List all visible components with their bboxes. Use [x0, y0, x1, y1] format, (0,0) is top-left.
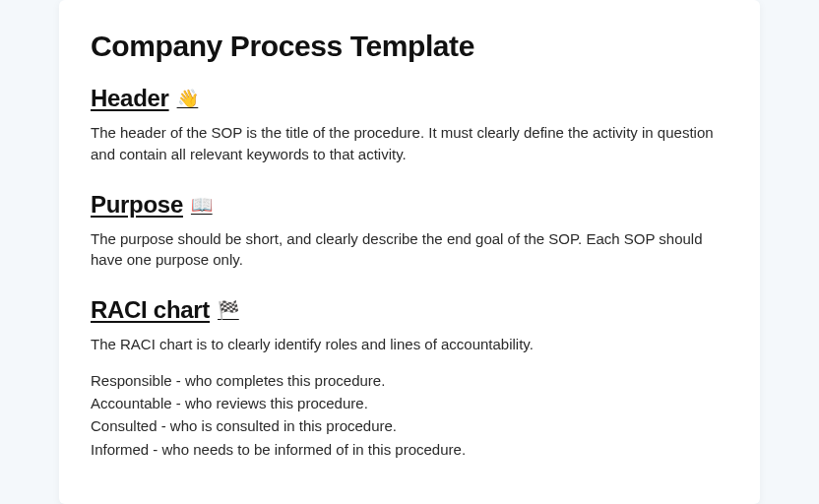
raci-role-accountable: Accountable - who reviews this procedure… [91, 392, 728, 414]
section-intro-raci: The RACI chart is to clearly identify ro… [91, 334, 728, 355]
raci-roles-block: Responsible - who completes this procedu… [91, 369, 728, 461]
section-heading-purpose: Purpose 📖 [91, 191, 213, 219]
wave-icon: 👋 [177, 88, 199, 109]
section-heading-text: Purpose [91, 191, 183, 219]
section-purpose: Purpose 📖 The purpose should be short, a… [91, 191, 728, 272]
section-heading-header: Header 👋 [91, 85, 198, 112]
document-card: Company Process Template Header 👋 The he… [59, 0, 760, 504]
section-heading-text: RACI chart [91, 296, 210, 324]
raci-role-consulted: Consulted - who is consulted in this pro… [91, 414, 728, 437]
section-heading-raci: RACI chart 🏁 [91, 296, 239, 324]
section-body-header: The header of the SOP is the title of th… [91, 122, 728, 165]
page-title: Company Process Template [91, 30, 728, 63]
section-raci: RACI chart 🏁 The RACI chart is to clearl… [91, 296, 728, 461]
flag-icon: 🏁 [218, 299, 239, 321]
book-icon: 📖 [191, 194, 213, 216]
section-heading-text: Header [91, 85, 169, 112]
section-body-purpose: The purpose should be short, and clearly… [91, 228, 728, 272]
raci-role-informed: Informed - who needs to be informed of i… [91, 438, 728, 461]
raci-role-responsible: Responsible - who completes this procedu… [91, 369, 728, 392]
section-header: Header 👋 The header of the SOP is the ti… [91, 85, 728, 165]
